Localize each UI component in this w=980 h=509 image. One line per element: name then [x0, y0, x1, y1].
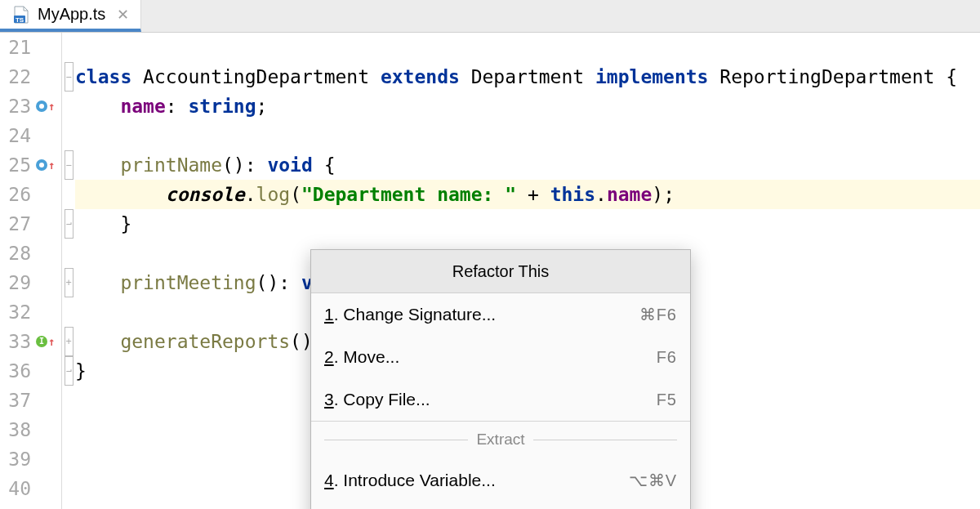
refactor-option-object-or-array-destructuring[interactable]: 5. Object or Array Destructuring...: [311, 502, 690, 509]
code-line[interactable]: console.log("Department name: " + this.n…: [75, 180, 980, 209]
menu-item-shortcut: ⌥⌘V: [629, 466, 677, 495]
fold-cell[interactable]: [62, 92, 75, 121]
line-number: 27: [0, 209, 34, 239]
line-number: 38: [0, 415, 34, 444]
fold-cell[interactable]: −: [62, 62, 75, 92]
gutter-cell: I↑: [34, 327, 61, 356]
fold-collapse-icon[interactable]: −: [65, 62, 74, 92]
popup-title: Refactor This: [311, 250, 690, 293]
gutter-cell: [34, 33, 61, 62]
code-line[interactable]: printName(): void {: [75, 150, 980, 180]
fold-expand-icon[interactable]: +: [65, 327, 74, 356]
override-icon[interactable]: [36, 159, 47, 171]
line-number: 40: [0, 474, 34, 503]
close-icon[interactable]: ✕: [117, 6, 129, 24]
line-number: 22: [0, 62, 34, 92]
gutter-cell: [34, 386, 61, 415]
gutter-cell: ↑: [34, 92, 61, 121]
code-line[interactable]: class AccountingDepartment extends Depar…: [75, 62, 980, 92]
line-number: 26: [0, 180, 34, 209]
gutter-cell: [34, 121, 61, 150]
line-number: 21: [0, 33, 34, 62]
tab-filename: MyApp.ts: [38, 5, 105, 24]
line-number: 23: [0, 92, 34, 121]
code-line[interactable]: }: [75, 209, 980, 239]
line-number: 24: [0, 121, 34, 150]
svg-text:TS: TS: [16, 16, 24, 23]
gutter-folding[interactable]: −−⌐++⌐: [62, 33, 75, 509]
gutter-cell: [34, 356, 61, 386]
up-arrow-icon: ↑: [48, 92, 55, 121]
menu-item-shortcut: F6: [657, 342, 677, 372]
gutter-cell: [34, 239, 61, 268]
line-number: 32: [0, 297, 34, 327]
line-number: 25: [0, 150, 34, 180]
up-arrow-icon: ↑: [48, 150, 55, 180]
refactor-option-change-signature[interactable]: 1. Change Signature...⌘F6: [311, 293, 690, 336]
gutter-cell: [34, 444, 61, 474]
refactor-popup: Refactor This 1. Change Signature...⌘F62…: [310, 249, 691, 509]
popup-section-extract: Extract: [311, 422, 690, 459]
fold-collapse-icon[interactable]: −: [65, 150, 74, 180]
line-number: 39: [0, 444, 34, 474]
popup-section-label: Extract: [476, 425, 524, 454]
tab-bar: TS MyApp.ts ✕: [0, 0, 980, 33]
override-icon[interactable]: [36, 100, 47, 112]
fold-cell[interactable]: +: [62, 268, 75, 297]
tab-active[interactable]: TS MyApp.ts ✕: [0, 0, 141, 32]
fold-cell[interactable]: [62, 121, 75, 150]
fold-cell[interactable]: ⌐: [62, 356, 75, 386]
gutter-cell: [34, 62, 61, 92]
line-number: 36: [0, 356, 34, 386]
refactor-option-move[interactable]: 2. Move...F6: [311, 336, 690, 378]
fold-cell[interactable]: [62, 180, 75, 209]
fold-cell[interactable]: [62, 297, 75, 327]
menu-item-label: 2. Move...: [324, 342, 399, 372]
gutter-cell: [34, 297, 61, 327]
code-editor[interactable]: 21222324252627282932333637383940 ↑↑I↑ −−…: [0, 33, 980, 509]
fold-cell[interactable]: [62, 474, 75, 503]
fold-cell[interactable]: [62, 415, 75, 444]
gutter-cell: [34, 415, 61, 444]
refactor-option-copy-file[interactable]: 3. Copy File...F5: [311, 378, 690, 421]
gutter-line-numbers: 21222324252627282932333637383940: [0, 33, 34, 509]
code-line[interactable]: [75, 121, 980, 150]
line-number: 33: [0, 327, 34, 356]
gutter-cell: [34, 180, 61, 209]
gutter-cell: ↑: [34, 150, 61, 180]
line-number: 29: [0, 268, 34, 297]
fold-end-icon: ⌐: [65, 209, 74, 239]
fold-end-icon: ⌐: [65, 356, 74, 386]
menu-item-label: 4. Introduce Variable...: [324, 466, 496, 495]
up-arrow-icon: ↑: [48, 327, 55, 356]
line-number: 37: [0, 386, 34, 415]
fold-cell[interactable]: [62, 444, 75, 474]
line-number: 28: [0, 239, 34, 268]
menu-item-label: 1. Change Signature...: [324, 300, 496, 329]
gutter-cell: [34, 209, 61, 239]
typescript-file-icon: TS: [11, 5, 31, 25]
gutter-markers: ↑↑I↑: [34, 33, 62, 509]
fold-cell[interactable]: [62, 386, 75, 415]
menu-item-shortcut: F5: [657, 385, 677, 414]
fold-cell[interactable]: +: [62, 327, 75, 356]
gutter-cell: [34, 474, 61, 503]
code-line[interactable]: [75, 33, 980, 62]
fold-cell[interactable]: [62, 33, 75, 62]
implements-icon[interactable]: I: [36, 336, 47, 347]
fold-cell[interactable]: [62, 239, 75, 268]
menu-item-label: 3. Copy File...: [324, 385, 430, 414]
code-line[interactable]: name: string;: [75, 92, 980, 121]
fold-cell[interactable]: ⌐: [62, 209, 75, 239]
fold-expand-icon[interactable]: +: [65, 268, 74, 297]
gutter-cell: [34, 268, 61, 297]
fold-cell[interactable]: −: [62, 150, 75, 180]
menu-item-shortcut: ⌘F6: [639, 300, 677, 329]
refactor-option-introduce-variable[interactable]: 4. Introduce Variable...⌥⌘V: [311, 459, 690, 502]
